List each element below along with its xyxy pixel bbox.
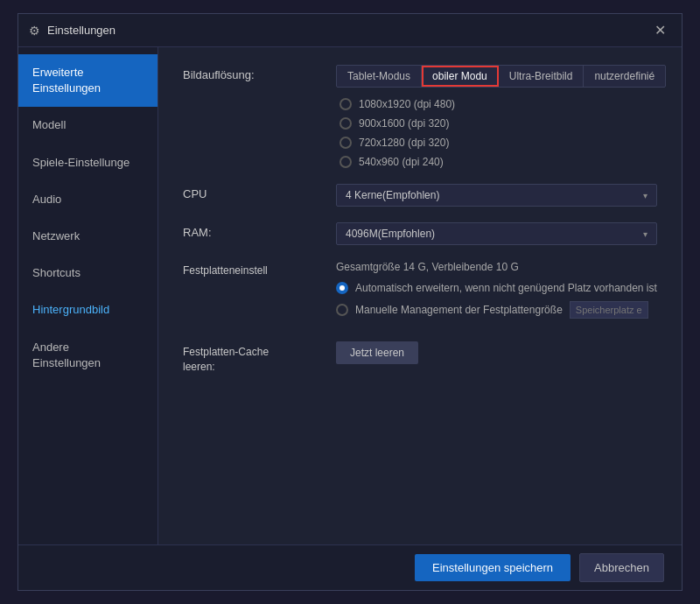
radio-0[interactable] (340, 98, 352, 110)
disk-option-manual[interactable]: Manuelle Management der Festplattengröße (336, 301, 657, 319)
radio-2[interactable] (340, 137, 352, 149)
cancel-button[interactable]: Abbrechen (579, 553, 664, 582)
sidebar-item-shortcuts[interactable]: Shortcuts (18, 255, 158, 291)
cpu-dropdown[interactable]: 4 Kerne(Empfohlen) ▾ (336, 184, 657, 207)
ram-dropdown-arrow: ▾ (643, 229, 648, 239)
sidebar: Erweiterte Einstellungen Modell Spiele-E… (18, 47, 158, 544)
sidebar-item-audio[interactable]: Audio (18, 181, 158, 218)
resolution-section: Bildauflösung: Tablet-Modus obiler Modu … (183, 65, 657, 168)
ram-dropdown[interactable]: 4096M(Empfohlen) ▾ (336, 222, 657, 245)
res-tab-nutzer[interactable]: nutzerdefinié (584, 66, 665, 87)
cpu-section: CPU 4 Kerne(Empfohlen) ▾ (183, 184, 657, 207)
titlebar: ⚙ Einstellungen ✕ (18, 14, 682, 47)
radio-3[interactable] (340, 156, 352, 168)
disk-manual-row: Manuelle Management der Festplattengröße (355, 301, 648, 319)
radio-auto[interactable] (336, 282, 348, 294)
resolution-label: Bildauflösung: (183, 65, 336, 81)
ram-label: RAM: (183, 222, 336, 239)
cpu-label: CPU (183, 184, 336, 200)
res-option-0[interactable]: 1080x1920 (dpi 480) (340, 98, 666, 110)
ram-section: RAM: 4096M(Empfohlen) ▾ (183, 222, 657, 245)
sidebar-item-hintergrundbild[interactable]: Hintergrundbild (18, 291, 158, 328)
cache-section: Festplatten-Cache leeren: Jetzt leeren (183, 341, 657, 375)
res-tab-ultrabreit[interactable]: Ultra-Breitbild (499, 66, 584, 87)
res-tab-mobil[interactable]: obiler Modu (422, 66, 499, 87)
dialog-footer: Einstellungen speichern Abbrechen (18, 544, 682, 590)
disk-info: Gesamtgröße 14 G, Verbleibende 10 G (336, 261, 657, 273)
radio-manual[interactable] (336, 304, 348, 316)
sidebar-item-erweiterte[interactable]: Erweiterte Einstellungen (18, 54, 158, 107)
save-button[interactable]: Einstellungen speichern (415, 554, 570, 581)
disk-option-auto[interactable]: Automatisch erweitern, wenn nicht genüge… (336, 282, 657, 294)
settings-dialog: ⚙ Einstellungen ✕ Erweiterte Einstellung… (18, 13, 682, 591)
disk-content: Gesamtgröße 14 G, Verbleibende 10 G Auto… (336, 261, 657, 326)
cpu-content: 4 Kerne(Empfohlen) ▾ (336, 184, 657, 207)
dialog-body: Erweiterte Einstellungen Modell Spiele-E… (18, 47, 682, 544)
resolution-tabs: Tablet-Modus obiler Modu Ultra-Breitbild… (336, 65, 666, 88)
res-option-1[interactable]: 900x1600 (dpi 320) (340, 117, 666, 130)
sidebar-item-andere[interactable]: Andere Einstellungen (18, 329, 158, 382)
resolution-options: 1080x1920 (dpi 480) 900x1600 (dpi 320) 7… (340, 98, 666, 168)
disk-size-input[interactable] (570, 301, 648, 319)
dialog-title: Einstellungen (47, 24, 649, 37)
res-tab-tablet[interactable]: Tablet-Modus (337, 66, 422, 87)
main-content: Bildauflösung: Tablet-Modus obiler Modu … (158, 47, 682, 544)
cache-label: Festplatten-Cache leeren: (183, 341, 336, 375)
radio-1[interactable] (340, 117, 352, 130)
sidebar-item-modell[interactable]: Modell (18, 107, 158, 144)
clear-cache-button[interactable]: Jetzt leeren (336, 341, 418, 364)
sidebar-item-netzwerk[interactable]: Netzwerk (18, 218, 158, 255)
disk-section: Festplatteneinstell Gesamtgröße 14 G, Ve… (183, 261, 657, 326)
sidebar-item-spiele[interactable]: Spiele-Einstellunge (18, 144, 158, 181)
disk-label: Festplatteneinstell (183, 261, 336, 278)
close-button[interactable]: ✕ (649, 20, 671, 40)
res-option-2[interactable]: 720x1280 (dpi 320) (340, 137, 666, 149)
cache-content: Jetzt leeren (336, 341, 657, 364)
cpu-dropdown-arrow: ▾ (643, 191, 648, 200)
res-option-3[interactable]: 540x960 (dpi 240) (340, 156, 666, 168)
ram-content: 4096M(Empfohlen) ▾ (336, 222, 657, 245)
settings-icon: ⚙ (29, 24, 40, 38)
resolution-content: Tablet-Modus obiler Modu Ultra-Breitbild… (336, 65, 666, 168)
